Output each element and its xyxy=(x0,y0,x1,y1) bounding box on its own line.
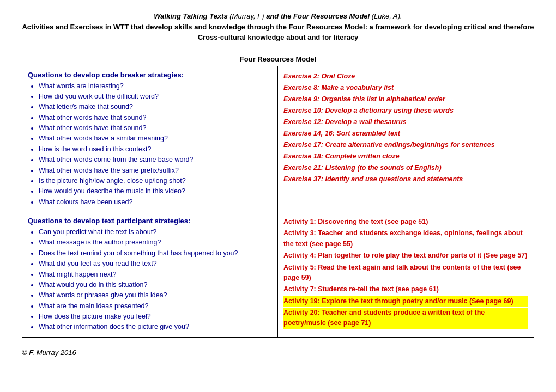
list-item: Exercise 2: Oral Cloze xyxy=(283,71,528,82)
main-table: Four Resources Model Questions to develo… xyxy=(22,52,534,338)
code-breaker-questions: What words are interesting? How did you … xyxy=(28,81,272,208)
title-part4: (Luke, A). xyxy=(370,12,402,20)
table-row: Questions to develop code breaker strate… xyxy=(22,66,534,213)
text-participant-right: Activity 1: Discovering the text (see pa… xyxy=(278,212,534,337)
list-item: How did you work out the difficult word? xyxy=(39,91,272,102)
list-item: Activity 7: Students re-tell the text (s… xyxy=(283,284,528,295)
title-part3: and the Four Resources Model xyxy=(266,12,370,20)
list-item: Exercise 37: Identify and use questions … xyxy=(283,174,528,185)
table-body: Questions to develop code breaker strate… xyxy=(22,66,534,337)
page-header: Walking Talking Texts (Murray, F) and th… xyxy=(22,11,534,43)
list-item: What other words have that sound? xyxy=(39,113,272,123)
list-item: What message is the author presenting? xyxy=(39,237,272,248)
list-item: What words or phrases give you this idea… xyxy=(39,290,272,301)
title-part2: (Murray, F) xyxy=(228,12,267,20)
list-item: Exercise 8: Make a vocabulary list xyxy=(283,82,528,93)
title-part1: Walking Talking Texts xyxy=(154,12,227,20)
list-item: What other words have a similar meaning? xyxy=(39,133,272,144)
list-item: What letter/s make that sound? xyxy=(39,102,272,112)
code-breaker-heading: Questions to develop code breaker strate… xyxy=(28,71,272,79)
list-item: Activity 3: Teacher and students exchang… xyxy=(283,228,528,249)
title-line: Walking Talking Texts (Murray, F) and th… xyxy=(22,11,534,22)
list-item: Can you predict what the text is about? xyxy=(39,227,272,237)
code-breaker-right: Exercise 2: Oral Cloze Exercise 8: Make … xyxy=(278,66,534,212)
text-participant-questions: Can you predict what the text is about? … xyxy=(28,227,272,333)
list-item: What would you do in this situation? xyxy=(39,280,272,290)
list-item: Activity 19: Explore the text through po… xyxy=(283,296,528,307)
list-item: What might happen next? xyxy=(39,270,272,280)
list-item: Exercise 9: Organise this list in alphab… xyxy=(283,94,528,105)
list-item: Exercise 14, 16: Sort scrambled text xyxy=(283,128,528,139)
list-item: Is the picture high/low angle, close up/… xyxy=(39,176,272,186)
text-participant-left: Questions to develop text participant st… xyxy=(22,212,278,337)
activity-list: Activity 1: Discovering the text (see pa… xyxy=(283,217,528,329)
list-item: How is the word used in this context? xyxy=(39,144,272,155)
list-item: Activity 5: Read the text again and talk… xyxy=(283,262,528,284)
list-item: What other words come from the same base… xyxy=(39,155,272,165)
list-item: What are the main ideas presented? xyxy=(39,301,272,311)
list-item: Activity 20: Teacher and students produc… xyxy=(283,308,528,329)
list-item: Does the text remind you of something th… xyxy=(39,248,272,259)
table-row: Questions to develop text participant st… xyxy=(22,212,534,337)
list-item: Exercise 10: Develop a dictionary using … xyxy=(283,105,528,116)
list-item: What did you feel as you read the text? xyxy=(39,259,272,269)
list-item: What other information does the picture … xyxy=(39,322,272,332)
list-item: How would you describe the music in this… xyxy=(39,186,272,197)
footer: © F. Murray 2016 xyxy=(22,348,534,357)
list-item: How does the picture make you feel? xyxy=(39,311,272,322)
table-header: Four Resources Model xyxy=(22,52,534,66)
list-item: What words are interesting? xyxy=(39,81,272,91)
exercise-list: Exercise 2: Oral Cloze Exercise 8: Make … xyxy=(283,71,528,185)
list-item: Activity 4: Plan together to role play t… xyxy=(283,250,528,261)
list-item: Activity 1: Discovering the text (see pa… xyxy=(283,217,528,227)
list-item: Exercise 18: Complete written cloze xyxy=(283,151,528,162)
list-item: What colours have been used? xyxy=(39,197,272,207)
list-item: What other words have the same prefix/su… xyxy=(39,166,272,176)
subtitle-line: Activities and Exercises in WTT that dev… xyxy=(22,22,534,43)
list-item: What other words have that sound? xyxy=(39,123,272,133)
code-breaker-left: Questions to develop code breaker strate… xyxy=(22,66,278,212)
list-item: Exercise 12: Develop a wall thesaurus xyxy=(283,117,528,127)
list-item: Exercise 17: Create alternative endings/… xyxy=(283,139,528,150)
list-item: Exercise 21: Listening (to the sounds of… xyxy=(283,162,528,173)
text-participant-heading: Questions to develop text participant st… xyxy=(28,217,272,225)
